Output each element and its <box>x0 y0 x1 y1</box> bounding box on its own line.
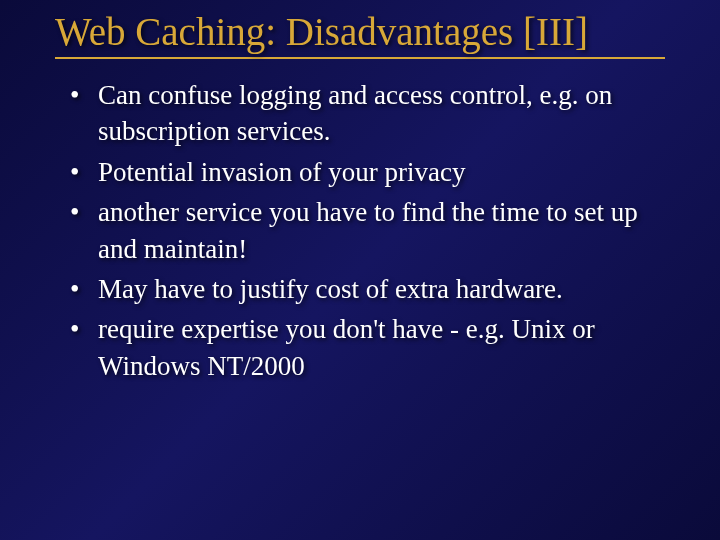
title-wrapper: Web Caching: Disadvantages [III] <box>0 10 720 59</box>
slide-container: Web Caching: Disadvantages [III] Can con… <box>0 0 720 540</box>
bullet-item: Can confuse logging and access control, … <box>70 77 680 150</box>
slide-title: Web Caching: Disadvantages [III] <box>55 10 665 59</box>
bullet-item: Potential invasion of your privacy <box>70 154 680 190</box>
bullet-item: require expertise you don't have - e.g. … <box>70 311 680 384</box>
bullet-list: Can confuse logging and access control, … <box>0 77 720 385</box>
bullet-item: May have to justify cost of extra hardwa… <box>70 271 680 307</box>
bullet-item: another service you have to find the tim… <box>70 194 680 267</box>
